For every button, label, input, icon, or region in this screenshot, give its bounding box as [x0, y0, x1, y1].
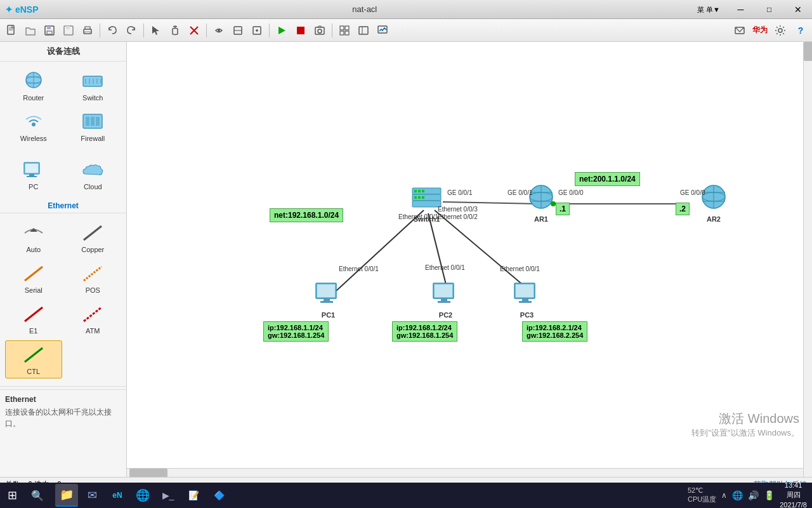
toolbar: 华为 ?: [0, 19, 812, 42]
conn-auto[interactable]: Auto: [5, 218, 62, 257]
taskapp-misc[interactable]: 🔷: [207, 484, 230, 507]
hscrollbar[interactable]: [127, 468, 803, 477]
pc-label: PC: [29, 183, 38, 190]
msg-button[interactable]: [731, 22, 749, 39]
close-button[interactable]: ✕: [783, 0, 812, 19]
port-pc3-eth: Ethernet 0/0/1: [500, 265, 540, 272]
select-tool[interactable]: [147, 22, 165, 39]
svg-rect-70: [422, 190, 424, 192]
pc2-info: ip:192.168.1.2/24 gw:192.168.1.254: [392, 321, 457, 342]
save-button[interactable]: [41, 22, 58, 39]
volume-icon: 🔊: [748, 490, 759, 500]
copper-label: Copper: [81, 246, 104, 253]
pc3-icon: [513, 282, 541, 310]
pc3-label: PC3: [520, 311, 534, 319]
device-pc[interactable]: PC: [5, 156, 62, 194]
svg-rect-26: [345, 31, 349, 35]
device-wireless[interactable]: Wireless: [5, 107, 62, 145]
menu-right[interactable]: 菜 单▼: [691, 0, 726, 19]
redo-button[interactable]: [122, 22, 140, 39]
svg-rect-25: [340, 31, 344, 35]
taskapp-mail[interactable]: ✉: [81, 484, 103, 507]
device-firewall[interactable]: Firewall: [65, 107, 122, 145]
pc3-node[interactable]: PC3: [513, 282, 541, 319]
titlebar: ✦ eNSP nat-acl 菜 单▼ ─ □ ✕: [0, 0, 812, 19]
pc1-node[interactable]: PC1: [314, 282, 343, 319]
search-button[interactable]: 🔍: [25, 483, 50, 508]
pc3-info: ip:192.168.2.1/24 gw:192.168.2.254: [522, 321, 587, 342]
taskapp-chrome[interactable]: 🌐: [131, 484, 154, 507]
sep4: [269, 23, 270, 37]
svg-rect-68: [414, 190, 417, 192]
conn-pos[interactable]: POS: [65, 259, 122, 297]
taskapp-ensp[interactable]: eN: [106, 484, 129, 507]
switch-icon: [80, 70, 105, 93]
connection-lines-svg: [127, 42, 812, 477]
pan-tool[interactable]: [166, 22, 184, 39]
undo-button[interactable]: [103, 22, 121, 39]
addr-dot-1: .1: [556, 203, 570, 215]
pc2-gw: gw:192.168.1.254: [396, 331, 453, 339]
maximize-button[interactable]: □: [755, 0, 783, 19]
print-button[interactable]: [79, 22, 96, 39]
zoom-fit[interactable]: [248, 22, 266, 39]
huawei-logo[interactable]: 华为: [751, 22, 769, 39]
port-eth003: Ethernet 0/0/3: [438, 206, 478, 213]
sidebar-divider: [0, 386, 126, 387]
help-button[interactable]: ?: [792, 22, 809, 39]
vscrollbar[interactable]: [803, 42, 812, 477]
svg-rect-51: [27, 176, 37, 177]
grid-toggle[interactable]: [336, 22, 353, 39]
conn-atm[interactable]: ATM: [65, 300, 122, 338]
device-router[interactable]: Router: [5, 67, 62, 105]
ar2-svg: [698, 183, 730, 211]
taskapp-notepad[interactable]: 📝: [182, 484, 205, 507]
snapshot[interactable]: [311, 22, 329, 39]
conn-serial[interactable]: Serial: [5, 259, 62, 297]
port-eth002: Ethernet 0/0/2: [438, 213, 478, 220]
panel-toggle[interactable]: [355, 22, 372, 39]
pc3-ip: ip:192.168.2.1/24: [527, 324, 583, 331]
stop-all[interactable]: [292, 22, 310, 39]
taskapp-explorer[interactable]: 📁: [55, 484, 78, 507]
hscroll-thumb[interactable]: [129, 469, 167, 477]
saveas-button[interactable]: [60, 22, 77, 39]
sidebar-title: 设备连线: [0, 42, 126, 62]
taskapp-cmd[interactable]: ▶_: [157, 484, 180, 507]
device-cloud[interactable]: Cloud: [65, 156, 122, 194]
open-button[interactable]: [22, 22, 39, 39]
svg-line-58: [25, 348, 43, 362]
device-switch[interactable]: Switch: [65, 67, 122, 105]
svg-rect-45: [86, 117, 89, 126]
svg-rect-9: [85, 32, 90, 34]
vscroll-thumb[interactable]: [804, 42, 812, 61]
taskbar-cpu-temp: 52℃CPU温度: [688, 486, 716, 504]
pc2-svg: [431, 282, 460, 307]
svg-line-59: [443, 202, 538, 204]
firewall-icon: [80, 110, 105, 133]
svg-rect-69: [418, 190, 421, 192]
start-button[interactable]: ⊞: [0, 483, 25, 508]
link-button[interactable]: [210, 22, 228, 39]
svg-rect-46: [91, 117, 95, 126]
port-ge000-ar1: GE 0/0/0: [558, 189, 583, 196]
delete-tool[interactable]: [185, 22, 203, 39]
settings-button[interactable]: [771, 22, 789, 39]
start-all[interactable]: [273, 22, 291, 39]
canvas-area[interactable]: net:192.168.1.0/24 net:200.1.1.0/24: [127, 42, 812, 477]
custom-button[interactable]: [229, 22, 247, 39]
conn-e1[interactable]: E1: [5, 300, 62, 338]
port-ge000-ar2: GE 0/0/0: [680, 189, 705, 196]
svg-rect-73: [422, 196, 424, 199]
copper-icon: [80, 222, 105, 244]
atm-icon: [80, 303, 105, 326]
minimize-button[interactable]: ─: [726, 0, 755, 19]
taskbar-datetime[interactable]: 13:41 周四 2021/7/8: [780, 481, 807, 508]
conn-copper[interactable]: Copper: [65, 218, 122, 257]
pc2-node[interactable]: PC2: [431, 282, 460, 319]
monitor-button[interactable]: [374, 22, 391, 39]
conn-ctl[interactable]: CTL: [5, 340, 62, 378]
network-canvas[interactable]: net:192.168.1.0/24 net:200.1.1.0/24: [127, 42, 812, 477]
new-button[interactable]: [3, 22, 20, 39]
svg-rect-49: [25, 164, 38, 173]
